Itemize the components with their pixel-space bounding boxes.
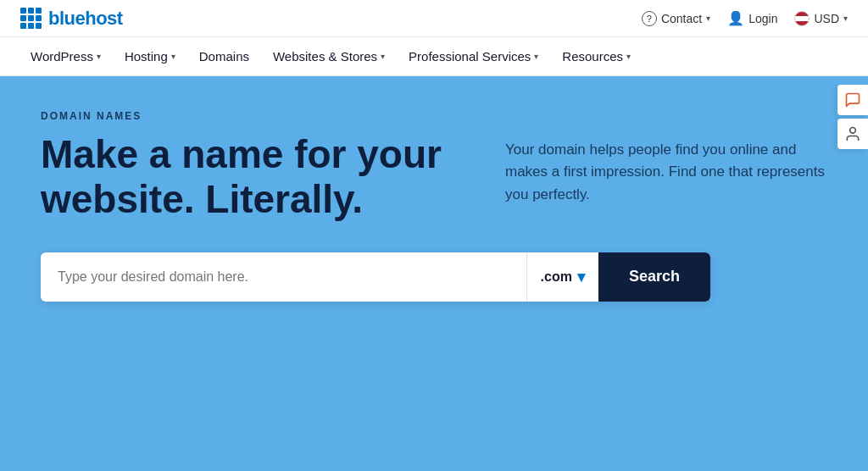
nav-label-professional: Professional Services	[409, 49, 531, 64]
brand-name: bluehost	[48, 8, 123, 30]
domain-search-input[interactable]	[41, 252, 526, 302]
flag-icon	[794, 11, 810, 26]
nav-item-professional[interactable]: Professional Services ▾	[398, 37, 548, 76]
nav-item-domains[interactable]: Domains	[189, 37, 259, 76]
tld-value: .com	[541, 269, 572, 285]
tld-selector[interactable]: .com ▾	[526, 252, 598, 302]
hero-left: Make a name for your website. Literally.	[41, 132, 448, 222]
user-icon	[844, 125, 861, 142]
nav-label-wordpress: WordPress	[31, 49, 93, 64]
nav-caret-professional: ▾	[534, 52, 538, 61]
search-input-wrap	[41, 252, 526, 302]
contact-icon: ?	[642, 11, 657, 26]
chat-widget[interactable]	[837, 85, 868, 115]
chat-icon	[844, 91, 861, 108]
hero-content: Make a name for your website. Literally.…	[41, 132, 827, 222]
currency-caret: ▾	[843, 14, 848, 23]
tld-caret-icon: ▾	[577, 268, 585, 286]
nav-label-hosting: Hosting	[125, 49, 168, 64]
currency-label: USD	[814, 12, 839, 25]
logo-grid-icon	[20, 8, 42, 29]
hero-right: Your domain helps people find you online…	[505, 132, 827, 206]
nav-item-websites[interactable]: Websites & Stores ▾	[263, 37, 395, 76]
top-bar-right: ? Contact ▾ 👤 Login USD ▾	[642, 10, 848, 26]
nav-caret-resources: ▾	[626, 52, 631, 61]
contact-label: Contact	[661, 12, 702, 25]
hero-title: Make a name for your website. Literally.	[41, 132, 448, 222]
nav-label-resources: Resources	[562, 49, 623, 64]
person-icon: 👤	[727, 10, 744, 26]
domain-search-button[interactable]: Search	[598, 252, 710, 302]
nav-item-resources[interactable]: Resources ▾	[552, 37, 641, 76]
hero-section: DOMAIN NAMES Make a name for your websit…	[0, 76, 868, 471]
nav-bar: WordPress ▾ Hosting ▾ Domains Websites &…	[0, 37, 868, 76]
side-widgets	[837, 85, 868, 149]
login-label: Login	[748, 12, 777, 25]
contact-caret: ▾	[706, 14, 710, 23]
top-bar: bluehost ? Contact ▾ 👤 Login USD ▾	[0, 0, 868, 37]
domain-search-bar: .com ▾ Search	[41, 252, 710, 302]
hero-eyebrow: DOMAIN NAMES	[41, 110, 827, 122]
login-button[interactable]: 👤 Login	[727, 10, 777, 26]
nav-label-domains: Domains	[199, 49, 249, 64]
hero-description: Your domain helps people find you online…	[505, 139, 827, 206]
person-widget[interactable]	[837, 119, 868, 149]
nav-caret-wordpress: ▾	[97, 52, 101, 61]
currency-selector[interactable]: USD ▾	[794, 11, 848, 26]
nav-item-hosting[interactable]: Hosting ▾	[114, 37, 186, 76]
nav-item-wordpress[interactable]: WordPress ▾	[20, 37, 111, 76]
nav-caret-hosting: ▾	[171, 52, 175, 61]
svg-point-0	[850, 128, 856, 134]
logo-area[interactable]: bluehost	[20, 8, 123, 30]
nav-label-websites: Websites & Stores	[273, 49, 377, 64]
contact-button[interactable]: ? Contact ▾	[642, 11, 710, 26]
nav-caret-websites: ▾	[381, 52, 385, 61]
